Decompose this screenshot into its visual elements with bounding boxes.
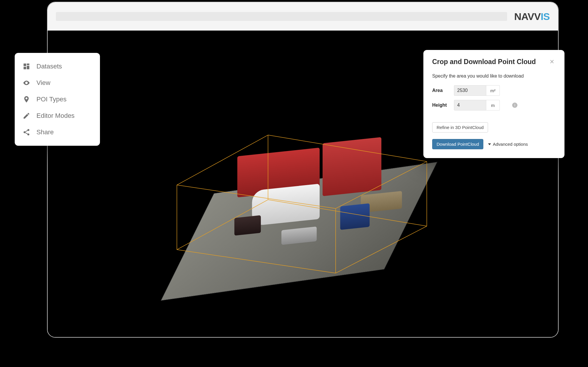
advanced-options-label: Advanced options: [493, 142, 528, 147]
sidebar-item-label: Datasets: [36, 63, 62, 70]
panel-description: Specify the area you would like to downl…: [432, 73, 556, 79]
sidebar-item-label: POI Types: [36, 95, 66, 103]
pointcloud-scene: [158, 117, 417, 269]
sidebar-item-editor-modes[interactable]: Editor Modes: [15, 108, 100, 124]
height-row: Height 4 m i: [432, 100, 556, 110]
area-label: Area: [432, 88, 450, 93]
panel-header: Crop and Download Point Cloud ✕: [432, 58, 556, 66]
sidebar-menu: Datasets View POI Types Editor Modes Sha…: [15, 53, 100, 146]
download-button[interactable]: Download PointCloud: [432, 139, 483, 149]
pin-icon: [22, 95, 31, 103]
sidebar-item-share[interactable]: Share: [15, 124, 100, 140]
refine-button[interactable]: Refine in 3D PointCloud: [432, 122, 488, 133]
logo-part: V: [534, 11, 541, 22]
advanced-options-toggle[interactable]: Advanced options: [488, 142, 528, 147]
machine-red-back: [323, 137, 381, 196]
download-row: Download PointCloud Advanced options: [432, 139, 556, 149]
sidebar-item-datasets[interactable]: Datasets: [15, 58, 100, 75]
eye-icon: [22, 79, 31, 87]
sidebar-item-label: View: [36, 79, 50, 87]
svg-rect-14: [27, 66, 29, 69]
height-input[interactable]: 4: [454, 100, 486, 110]
area-unit: m²: [486, 85, 500, 96]
header: NAVVIS: [48, 2, 558, 31]
svg-point-17: [24, 131, 26, 133]
svg-point-18: [27, 133, 29, 135]
logo-part: IS: [541, 11, 550, 22]
dashboard-icon: [22, 62, 31, 71]
pencil-icon: [22, 112, 31, 120]
svg-rect-13: [27, 63, 29, 65]
panel-title: Crop and Download Point Cloud: [432, 58, 536, 66]
close-icon[interactable]: ✕: [548, 58, 556, 66]
search-input[interactable]: [56, 12, 507, 21]
height-unit: m: [486, 100, 500, 110]
svg-rect-12: [24, 63, 26, 66]
area-input[interactable]: 2530: [454, 85, 486, 96]
svg-rect-15: [24, 67, 26, 69]
info-icon[interactable]: i: [512, 103, 517, 108]
height-label: Height: [432, 103, 450, 108]
share-icon: [22, 128, 31, 136]
sidebar-item-label: Share: [36, 128, 54, 136]
logo-part: N: [514, 11, 521, 22]
logo-part: AV: [521, 11, 534, 22]
chevron-down-icon: [488, 143, 491, 145]
svg-point-16: [27, 129, 29, 131]
crop-download-panel: Crop and Download Point Cloud ✕ Specify …: [423, 50, 564, 158]
crate: [234, 215, 261, 235]
tool-cart: [340, 203, 370, 230]
brand-logo: NAVVIS: [514, 11, 550, 22]
machine-white: [252, 184, 320, 226]
sidebar-item-view[interactable]: View: [15, 75, 100, 91]
area-row: Area 2530 m²: [432, 85, 556, 96]
sidebar-item-poi-types[interactable]: POI Types: [15, 91, 100, 108]
panel-actions: Refine in 3D PointCloud: [432, 122, 556, 133]
sidebar-item-label: Editor Modes: [36, 112, 75, 120]
